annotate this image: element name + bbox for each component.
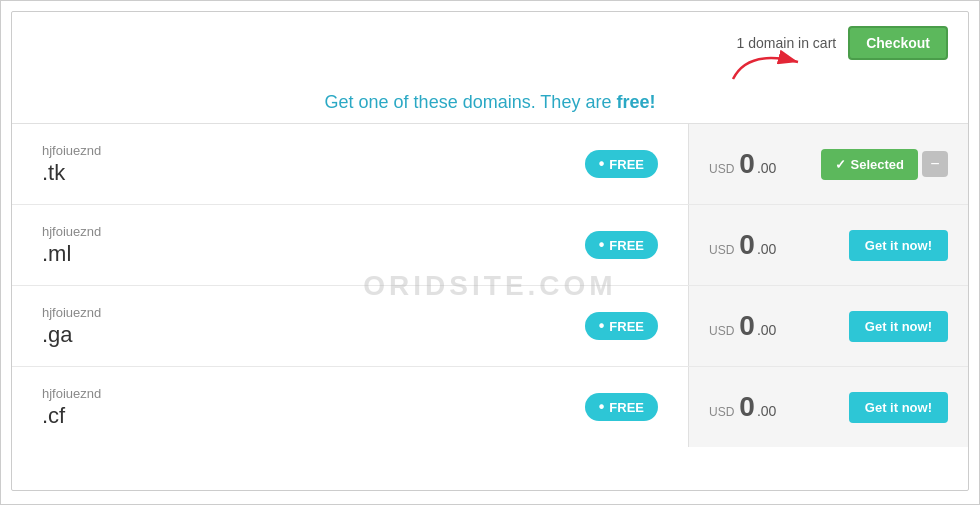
domain-base: hjfoiueznd <box>42 386 101 401</box>
domain-ext: .ga <box>42 322 101 348</box>
price-decimal: .00 <box>757 322 776 338</box>
free-badge: FREE <box>585 312 658 340</box>
arrow-icon <box>728 44 808 84</box>
domain-name-block: hjfoiueznd .cf <box>42 386 101 429</box>
checkmark-icon: ✓ <box>835 157 846 172</box>
domain-right: USD 0 .00 Get it now! <box>688 205 968 285</box>
domain-base: hjfoiueznd <box>42 143 101 158</box>
promo-text: Get one of these domains. They are free! <box>325 92 656 112</box>
price-main: 0 <box>739 148 755 180</box>
price-main: 0 <box>739 310 755 342</box>
domain-left: hjfoiueznd .ga FREE <box>12 293 688 360</box>
table-row: hjfoiueznd .ga FREE USD 0 .00 Get it now… <box>12 286 968 367</box>
price-decimal: .00 <box>757 403 776 419</box>
domain-base: hjfoiueznd <box>42 305 101 320</box>
domain-name-block: hjfoiueznd .ml <box>42 224 101 267</box>
get-it-button[interactable]: Get it now! <box>849 392 948 423</box>
domain-base: hjfoiueznd <box>42 224 101 239</box>
price-block: USD 0 .00 <box>709 310 776 342</box>
price-currency: USD <box>709 405 734 419</box>
price-main: 0 <box>739 229 755 261</box>
page-container: 1 domain in cart Checkout Get one of the… <box>11 11 969 491</box>
table-row: hjfoiueznd .cf FREE USD 0 .00 Get it now… <box>12 367 968 447</box>
table-row: hjfoiueznd .ml FREE USD 0 .00 Get it now… <box>12 205 968 286</box>
price-main: 0 <box>739 391 755 423</box>
domain-left: hjfoiueznd .ml FREE <box>12 212 688 279</box>
domain-right: USD 0 .00 Get it now! <box>688 367 968 447</box>
domain-left: hjfoiueznd .cf FREE <box>12 374 688 441</box>
domain-name-block: hjfoiueznd .tk <box>42 143 101 186</box>
price-block: USD 0 .00 <box>709 391 776 423</box>
price-decimal: .00 <box>757 160 776 176</box>
price-block: USD 0 .00 <box>709 148 776 180</box>
domain-ext: .cf <box>42 403 101 429</box>
domain-left: hjfoiueznd .tk FREE <box>12 131 688 198</box>
selected-button[interactable]: ✓ Selected <box>821 149 918 180</box>
table-row: hjfoiueznd .tk FREE USD 0 .00 ✓ Selected… <box>12 124 968 205</box>
free-badge: FREE <box>585 231 658 259</box>
arrow-container <box>728 44 808 88</box>
domain-name-block: hjfoiueznd .ga <box>42 305 101 348</box>
promo-section: Get one of these domains. They are free! <box>12 74 968 124</box>
domain-ext: .ml <box>42 241 101 267</box>
price-block: USD 0 .00 <box>709 229 776 261</box>
price-currency: USD <box>709 324 734 338</box>
checkout-button[interactable]: Checkout <box>848 26 948 60</box>
selected-group: ✓ Selected − <box>821 149 948 180</box>
free-badge: FREE <box>585 150 658 178</box>
free-badge: FREE <box>585 393 658 421</box>
price-currency: USD <box>709 162 734 176</box>
deselect-button[interactable]: − <box>922 151 948 177</box>
price-decimal: .00 <box>757 241 776 257</box>
domain-right: USD 0 .00 ✓ Selected − <box>688 124 968 204</box>
domain-ext: .tk <box>42 160 101 186</box>
domain-right: USD 0 .00 Get it now! <box>688 286 968 366</box>
get-it-button[interactable]: Get it now! <box>849 311 948 342</box>
domain-list: ORIDSITE.COM hjfoiueznd .tk FREE USD 0 .… <box>12 124 968 447</box>
get-it-button[interactable]: Get it now! <box>849 230 948 261</box>
header-bar: 1 domain in cart Checkout <box>12 12 968 74</box>
price-currency: USD <box>709 243 734 257</box>
